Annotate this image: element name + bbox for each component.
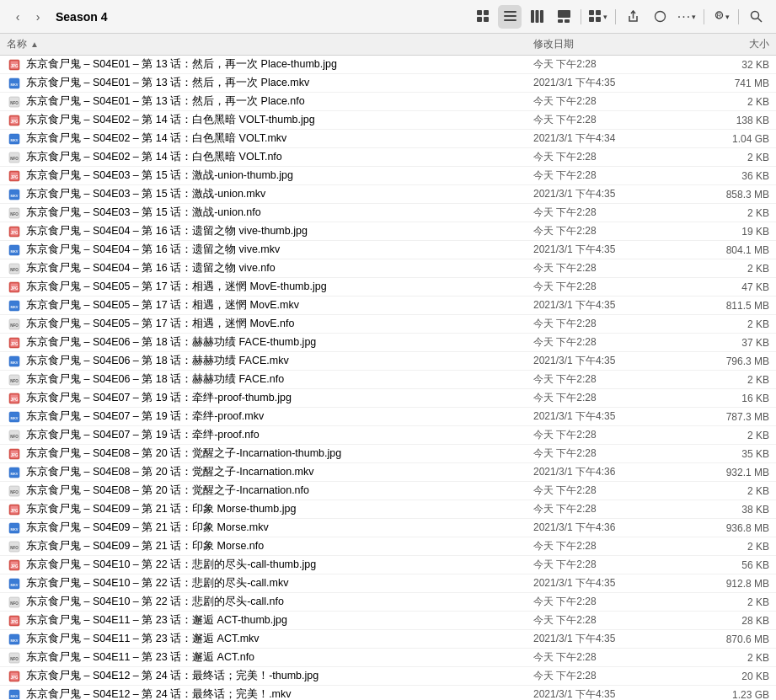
table-row[interactable]: MKV 东京食尸鬼 – S04E06 – 第 18 话：赫赫功绩 FACE.mk…: [0, 352, 776, 371]
file-size: 19 KB: [685, 226, 769, 238]
share-button[interactable]: [621, 5, 645, 29]
file-size: 2 KB: [685, 152, 769, 163]
table-row[interactable]: JPG 东京食尸鬼 – S04E10 – 第 22 话：悲剧的尽头-call-t…: [0, 556, 776, 574]
table-row[interactable]: JPG 东京食尸鬼 – S04E07 – 第 19 话：牵绊-proof-thu…: [0, 389, 776, 408]
table-row[interactable]: JPG 东京食尸鬼 – S04E12 – 第 24 话：最终话；完美！-thum…: [0, 667, 776, 686]
file-size: 936.8 MB: [685, 522, 769, 534]
svg-rect-2: [477, 17, 482, 22]
file-date: 2021/3/1 下午4:36: [533, 521, 685, 535]
table-row[interactable]: MKV 东京食尸鬼 – S04E08 – 第 20 话：觉醒之子-Incarna…: [0, 463, 776, 482]
table-row[interactable]: JPG 东京食尸鬼 – S04E04 – 第 16 话：遗留之物 vive-th…: [0, 222, 776, 241]
file-size: 1.23 GB: [685, 689, 769, 700]
file-name: 东京食尸鬼 – S04E01 – 第 13 话：然后，再一次 Place.mkv: [26, 76, 533, 90]
file-size: 35 KB: [685, 448, 769, 460]
file-icon: JPG: [7, 336, 22, 350]
table-row[interactable]: NFO 东京食尸鬼 – S04E08 – 第 20 话：觉醒之子-Incarna…: [0, 482, 776, 500]
file-name: 东京食尸鬼 – S04E06 – 第 18 话：赫赫功绩 FACE-thumb.…: [26, 335, 533, 350]
table-row[interactable]: NFO 东京食尸鬼 – S04E03 – 第 15 话：激战-union.nfo…: [0, 204, 776, 222]
table-row[interactable]: JPG 东京食尸鬼 – S04E05 – 第 17 话：相遇，迷惘 MovE-t…: [0, 278, 776, 297]
file-name: 东京食尸鬼 – S04E05 – 第 17 话：相遇，迷惘 MovE.mkv: [26, 298, 533, 313]
table-row[interactable]: MKV 东京食尸鬼 – S04E04 – 第 16 话：遗留之物 vive.mk…: [0, 241, 776, 259]
table-row[interactable]: MKV 东京食尸鬼 – S04E01 – 第 13 话：然后，再一次 Place…: [0, 74, 776, 93]
table-row[interactable]: MKV 东京食尸鬼 – S04E02 – 第 14 话：白色黑暗 VOLT.mk…: [0, 130, 776, 148]
file-icon: JPG: [7, 447, 22, 461]
table-row[interactable]: MKV 东京食尸鬼 – S04E10 – 第 22 话：悲剧的尽头-call.m…: [0, 574, 776, 593]
table-row[interactable]: MKV 东京食尸鬼 – S04E09 – 第 21 话：印象 Morse.mkv…: [0, 519, 776, 537]
file-icon: JPG: [7, 503, 22, 516]
file-icon: JPG: [7, 58, 22, 72]
file-size: 912.8 MB: [685, 578, 769, 590]
table-row[interactable]: MKV 东京食尸鬼 – S04E12 – 第 24 话：最终话；完美！.mkv2…: [0, 686, 776, 699]
file-date: 今天 下午2:28: [533, 113, 685, 127]
table-row[interactable]: JPG 东京食尸鬼 – S04E03 – 第 15 话：激战-union-thu…: [0, 167, 776, 185]
svg-rect-12: [565, 19, 570, 23]
svg-rect-0: [477, 10, 482, 15]
file-size: 138 KB: [685, 115, 769, 126]
table-row[interactable]: MKV 东京食尸鬼 – S04E07 – 第 19 话：牵绊-proof.mkv…: [0, 408, 776, 426]
table-row[interactable]: NFO 东京食尸鬼 – S04E01 – 第 13 话：然后，再一次 Place…: [0, 93, 776, 111]
table-row[interactable]: NFO 东京食尸鬼 – S04E05 – 第 17 话：相遇，迷惘 MovE.n…: [0, 315, 776, 334]
window-title: Season 4: [56, 10, 107, 24]
forward-button[interactable]: ›: [29, 8, 47, 26]
svg-text:MKV: MKV: [11, 638, 19, 642]
file-date: 今天 下午2:28: [533, 57, 685, 72]
file-icon: JPG: [7, 114, 22, 127]
file-size: 20 KB: [685, 671, 769, 682]
search-button[interactable]: [744, 5, 768, 29]
back-button[interactable]: ‹: [8, 8, 27, 26]
table-row[interactable]: NFO 东京食尸鬼 – S04E11 – 第 23 话：邂逅 ACT.nfo今天…: [0, 649, 776, 667]
table-row[interactable]: NFO 东京食尸鬼 – S04E04 – 第 16 话：遗留之物 vive.nf…: [0, 259, 776, 278]
view-list-button[interactable]: [498, 5, 522, 29]
table-row[interactable]: JPG 东京食尸鬼 – S04E09 – 第 21 话：印象 Morse-thu…: [0, 500, 776, 519]
view-icons-button[interactable]: [471, 5, 495, 29]
col-date-header[interactable]: 修改日期: [533, 37, 685, 51]
file-name: 东京食尸鬼 – S04E04 – 第 16 话：遗留之物 vive.nfo: [26, 261, 533, 275]
table-row[interactable]: NFO 东京食尸鬼 – S04E10 – 第 22 话：悲剧的尽头-call.n…: [0, 593, 776, 612]
tag-button[interactable]: [648, 5, 672, 29]
svg-line-22: [757, 19, 762, 23]
file-date: 今天 下午2:28: [533, 335, 685, 350]
svg-rect-11: [558, 19, 563, 23]
table-row[interactable]: NFO 东京食尸鬼 – S04E07 – 第 19 话：牵绊-proof.nfo…: [0, 426, 776, 445]
svg-text:JPG: JPG: [10, 63, 19, 67]
col-name-header[interactable]: 名称 ▲: [7, 37, 533, 51]
file-date: 今天 下午2:28: [533, 168, 685, 183]
group-button[interactable]: ▾: [586, 5, 610, 29]
table-row[interactable]: NFO 东京食尸鬼 – S04E06 – 第 18 话：赫赫功绩 FACE.nf…: [0, 371, 776, 389]
file-date: 2021/3/1 下午4:35: [533, 243, 685, 257]
file-size: 2 KB: [685, 652, 769, 664]
view-gallery-button[interactable]: [552, 5, 575, 29]
file-size: 858.3 MB: [685, 189, 769, 200]
svg-point-18: [655, 12, 665, 22]
table-row[interactable]: NFO 东京食尸鬼 – S04E09 – 第 21 话：印象 Morse.nfo…: [0, 537, 776, 556]
file-size: 56 KB: [685, 559, 769, 571]
file-size: 16 KB: [685, 393, 769, 404]
table-row[interactable]: JPG 东京食尸鬼 – S04E08 – 第 20 话：觉醒之子-Incarna…: [0, 445, 776, 463]
more-button[interactable]: ··· ▾: [675, 5, 698, 29]
table-row[interactable]: JPG 东京食尸鬼 – S04E01 – 第 13 话：然后，再一次 Place…: [0, 56, 776, 74]
nav-buttons: ‹ ›: [8, 8, 47, 26]
file-icon: NFO: [7, 262, 22, 275]
table-row[interactable]: NFO 东京食尸鬼 – S04E02 – 第 14 话：白色黑暗 VOLT.nf…: [0, 148, 776, 167]
file-date: 2021/3/1 下午4:35: [533, 409, 685, 424]
file-icon: MKV: [7, 466, 22, 479]
file-size: 741 MB: [685, 77, 769, 89]
file-icon: MKV: [7, 577, 22, 590]
table-row[interactable]: MKV 东京食尸鬼 – S04E11 – 第 23 话：邂逅 ACT.mkv20…: [0, 630, 776, 649]
separator-2: [615, 9, 616, 24]
file-icon: NFO: [7, 206, 22, 220]
table-row[interactable]: MKV 东京食尸鬼 – S04E05 – 第 17 话：相遇，迷惘 MovE.m…: [0, 297, 776, 315]
airplay-button[interactable]: R ▾: [709, 5, 733, 29]
svg-text:NFO: NFO: [10, 601, 19, 605]
table-row[interactable]: MKV 东京食尸鬼 – S04E03 – 第 15 话：激战-union.mkv…: [0, 185, 776, 204]
svg-text:NFO: NFO: [10, 378, 19, 382]
table-row[interactable]: JPG 东京食尸鬼 – S04E11 – 第 23 话：邂逅 ACT-thumb…: [0, 612, 776, 630]
file-date: 今天 下午2:28: [533, 558, 685, 572]
table-row[interactable]: JPG 东京食尸鬼 – S04E02 – 第 14 话：白色黑暗 VOLT-th…: [0, 111, 776, 130]
view-columns-button[interactable]: [525, 5, 549, 29]
file-name: 东京食尸鬼 – S04E09 – 第 21 话：印象 Morse-thumb.j…: [26, 502, 533, 516]
table-row[interactable]: JPG 东京食尸鬼 – S04E06 – 第 18 话：赫赫功绩 FACE-th…: [0, 334, 776, 352]
col-size-header[interactable]: 大小: [685, 37, 769, 51]
file-name: 东京食尸鬼 – S04E02 – 第 14 话：白色黑暗 VOLT.mkv: [26, 131, 533, 146]
file-icon: MKV: [7, 688, 22, 700]
